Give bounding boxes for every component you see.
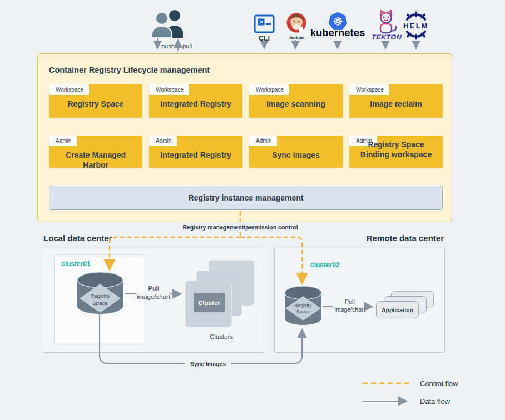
admin-tag: Admin [49, 136, 77, 146]
jenkins-icon [286, 12, 307, 33]
node-create-managed-harbor: Admin Create Managed Harbor [49, 136, 142, 168]
helm-label: HELM [403, 22, 428, 30]
cli-label: CLI [254, 34, 275, 42]
node-integrated-registry-admin: Admin Integrated Registry [149, 136, 242, 168]
cluster01-label: cluster01 [61, 260, 91, 268]
workspace-tag: Workspace [149, 84, 189, 95]
local-pull-label: Pull image/chart [128, 284, 179, 301]
helm-icon: HELM [402, 11, 430, 40]
cluster02-label: cluster02 [310, 261, 340, 269]
pull-label: pull [182, 43, 192, 49]
clusters-caption: Clusters [199, 333, 244, 340]
users-icon [149, 9, 188, 38]
node-sync-images: Admin Sync Images [249, 136, 343, 168]
cli-icon: > [254, 14, 275, 33]
workspace-tag: Workspace [249, 84, 289, 95]
registry-instance-management-bar: Registry instance management [49, 186, 443, 210]
jenkins-label: Jenkins [285, 34, 308, 40]
push-label: push [161, 43, 175, 49]
application-card-front: Application [376, 301, 419, 318]
local-dc-title: Local data center [43, 233, 112, 243]
cluster-card-front: Cluster [185, 281, 232, 327]
node-image-reclaim: Workspace Image reclaim [349, 84, 443, 118]
workspace-tag: Workspace [349, 84, 389, 95]
node-integrated-registry-ws: Workspace Integrated Registry [149, 84, 242, 118]
admin-tag: Admin [249, 136, 277, 146]
admin-tag: Admin [149, 136, 177, 146]
kubernetes-label: kubernetes [307, 27, 368, 39]
tekton-icon [374, 9, 398, 34]
node-image-scanning: Workspace Image scanning [249, 84, 343, 118]
remote-dc-title: Remote data center [362, 233, 444, 243]
remote-pull-label: Pull image/chart [331, 298, 368, 313]
svg-text:>: > [259, 19, 263, 26]
node-registry-space: Workspace Registry Space [49, 84, 142, 118]
node-registry-space-binding: Admin Registry Space Binding workspace [349, 136, 443, 168]
tekton-label: TEKTON [371, 33, 400, 41]
control-flow-label: Registry management/permission control [179, 224, 301, 231]
workspace-tag: Workspace [49, 84, 89, 95]
legend-control-flow: Control flow [420, 379, 458, 388]
lifecycle-panel-title: Container Registry Lifecycle management [49, 66, 210, 74]
legend-data-flow: Data flow [420, 397, 450, 406]
cluster-node: Cluster [194, 293, 225, 312]
sync-images-label: Sync Images [187, 361, 229, 367]
